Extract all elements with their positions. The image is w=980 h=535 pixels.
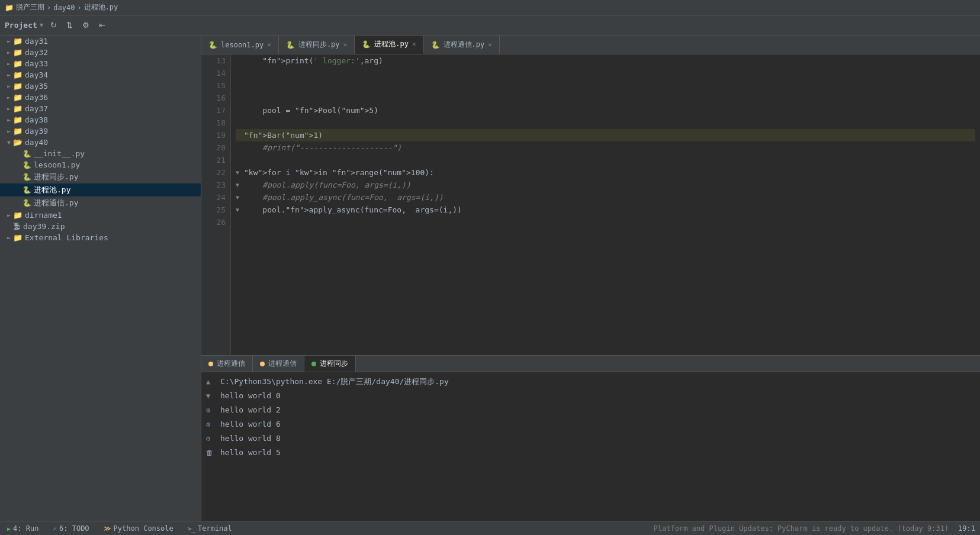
tree-arrow: ▼ <box>7 139 11 146</box>
code-line-25[interactable]: ▼ pool."fn">apply_async(func=Foo, args=(… <box>236 204 975 216</box>
code-line-13[interactable]: "fn">print(' logger:',arg) <box>236 54 975 67</box>
code-line-19[interactable]: "fn">Bar("num">1) <box>236 129 975 141</box>
tree-item-label: day33 <box>25 59 48 68</box>
toolbar-sync-btn[interactable]: ↻ <box>48 20 59 31</box>
tree-item-label: day37 <box>25 104 48 113</box>
tree-item-day38[interactable]: ►📁day38 <box>0 114 201 125</box>
code-line-21[interactable] <box>236 154 975 166</box>
line-num-25: 25 <box>206 204 226 216</box>
code-text: "fn">Bar("num">1) <box>244 129 323 141</box>
tree-item-day32[interactable]: ►📁day32 <box>0 47 201 58</box>
toolbar-sort-btn[interactable]: ⇅ <box>64 20 75 31</box>
status-python-console-btn[interactable]: Python Console <box>101 524 176 533</box>
tree-item-day39[interactable]: ►📁day39 <box>0 125 201 137</box>
code-editor[interactable]: 1314151617181920212223242526 "fn">print(… <box>201 54 980 355</box>
line-num-14: 14 <box>206 67 226 79</box>
status-run-btn[interactable]: 4: Run <box>5 524 41 533</box>
code-line-24[interactable]: ▼ #pool.apply_async(func=Foo, args=(i,)) <box>236 191 975 204</box>
tree-item-day37[interactable]: ►📁day37 <box>0 103 201 114</box>
tree-item-icon: 🐍 <box>23 186 31 194</box>
console-line-icon: ⚙ <box>206 418 218 431</box>
code-line-14[interactable] <box>236 67 975 79</box>
code-text: "fn">print(' logger:',arg) <box>244 54 383 67</box>
tab-lesoon1.py[interactable]: 🐍lesoon1.py✕ <box>201 36 279 54</box>
tree-item-label: day38 <box>25 115 48 124</box>
tree-item-进程同步.py[interactable]: 🐍进程同步.py <box>0 170 201 183</box>
toolbar-collapse-btn[interactable]: ⇤ <box>97 20 108 31</box>
code-content[interactable]: "fn">print(' logger:',arg) pool = "fn">P… <box>231 54 980 355</box>
code-line-17[interactable]: pool = "fn">Pool("num">5) <box>236 104 975 117</box>
tree-item-day35[interactable]: ►📁day35 <box>0 80 201 92</box>
breadcrumb-item-2[interactable]: day40 <box>53 4 75 12</box>
line-num-21: 21 <box>206 154 226 166</box>
breadcrumb-icon: 📁 <box>5 4 14 12</box>
tab-进程同步.py[interactable]: 🐍进程同步.py✕ <box>279 36 355 54</box>
tree-item-day34[interactable]: ►📁day34 <box>0 69 201 80</box>
tree-item-icon: 📁 <box>13 115 23 124</box>
tree-item-day39.zip[interactable]: 🗜day39.zip <box>0 221 201 232</box>
console-output-line-4: 🗑hello world 5 <box>201 446 980 460</box>
tab-close-btn[interactable]: ✕ <box>267 41 271 49</box>
console-output-line-3: ⚙hello world 8 <box>201 431 980 446</box>
toolbar-dropdown-icon[interactable]: ▼ <box>40 21 44 29</box>
console-line-text: hello world 2 <box>220 404 281 417</box>
line-num-20: 20 <box>206 141 226 154</box>
fold-arrow[interactable]: ▼ <box>236 179 243 191</box>
tree-item-进程池.py[interactable]: 🐍进程池.py <box>0 183 201 196</box>
console-line-icon: ⚙ <box>206 404 218 417</box>
code-line-18[interactable] <box>236 117 975 129</box>
breadcrumb-separator-2: › <box>77 4 81 12</box>
console-line-icon: ⚙ <box>206 432 218 445</box>
code-line-26[interactable] <box>236 216 975 228</box>
code-text: #pool.apply(func=Foo, args=(i,)) <box>244 179 411 191</box>
tab-进程通信.py[interactable]: 🐍进程通信.py✕ <box>424 36 500 54</box>
status-todo-btn[interactable]: 6: TODO <box>50 524 91 533</box>
console-line-text: hello world 8 <box>220 432 281 445</box>
tree-item-day40[interactable]: ▼📂day40 <box>0 137 201 148</box>
tab-close-btn[interactable]: ✕ <box>488 41 492 49</box>
tree-item-day31[interactable]: ►📁day31 <box>0 36 201 47</box>
tree-item-icon: 📁 <box>13 211 23 220</box>
tree-item-day36[interactable]: ►📁day36 <box>0 92 201 103</box>
status-terminal-btn[interactable]: Terminal <box>185 524 234 533</box>
tree-item-External_Libraries[interactable]: ►📁External Libraries <box>0 232 201 243</box>
tab-close-btn[interactable]: ✕ <box>412 40 416 48</box>
console-line-text: hello world 6 <box>220 418 281 431</box>
fold-arrow[interactable]: ▼ <box>236 204 243 216</box>
bottom-tab-2[interactable]: 进程同步 <box>304 356 356 372</box>
tree-item-icon: 🐍 <box>23 173 31 181</box>
tree-item-label: day31 <box>25 37 48 46</box>
console-line-icon: ▼ <box>206 389 218 402</box>
tree-item-进程通信.py[interactable]: 🐍进程通信.py <box>0 196 201 210</box>
bottom-tab-1[interactable]: 进程通信 <box>253 356 304 372</box>
console-output-line-2: ⚙hello world 6 <box>201 417 980 431</box>
tree-item-icon: 📁 <box>13 93 23 102</box>
tree-arrow: ► <box>7 212 11 218</box>
code-line-20[interactable]: #print("--------------------") <box>236 141 975 154</box>
tab-py-icon: 🐍 <box>362 40 371 49</box>
tab-进程池.py[interactable]: 🐍进程池.py✕ <box>355 36 423 54</box>
tree-item-lesoon1.py[interactable]: 🐍lesoon1.py <box>0 159 201 170</box>
tree-item-icon: 📁 <box>13 233 23 242</box>
code-line-15[interactable] <box>236 79 975 92</box>
bottom-tab-0[interactable]: 进程通信 <box>201 356 253 372</box>
tab-close-btn[interactable]: ✕ <box>343 41 348 49</box>
tab-py-icon: 🐍 <box>286 41 295 49</box>
code-line-23[interactable]: ▼ #pool.apply(func=Foo, args=(i,)) <box>236 179 975 191</box>
bottom-tab-dot <box>260 362 265 366</box>
fold-arrow[interactable]: ▼ <box>236 166 243 179</box>
fold-arrow[interactable]: ▼ <box>236 191 243 204</box>
breadcrumb-item-3[interactable]: 进程池.py <box>84 2 118 12</box>
code-line-16[interactable] <box>236 92 975 104</box>
bottom-tab-dot <box>311 362 316 366</box>
tree-item-dirname1[interactable]: ►📁dirname1 <box>0 210 201 221</box>
tree-arrow: ► <box>7 72 11 78</box>
tree-arrow: ► <box>7 128 11 134</box>
console-up-icon: ▲ <box>206 375 218 388</box>
breadcrumb-item-1[interactable]: 脱产三期 <box>16 2 44 12</box>
toolbar-settings-btn[interactable]: ⚙ <box>80 20 92 31</box>
tree-item-__init__.py[interactable]: 🐍__init__.py <box>0 148 201 159</box>
bottom-tab-label: 进程同步 <box>320 359 348 369</box>
tree-item-day33[interactable]: ►📁day33 <box>0 58 201 69</box>
code-line-22[interactable]: ▼"kw">for i "kw">in "fn">range("num">100… <box>236 166 975 179</box>
